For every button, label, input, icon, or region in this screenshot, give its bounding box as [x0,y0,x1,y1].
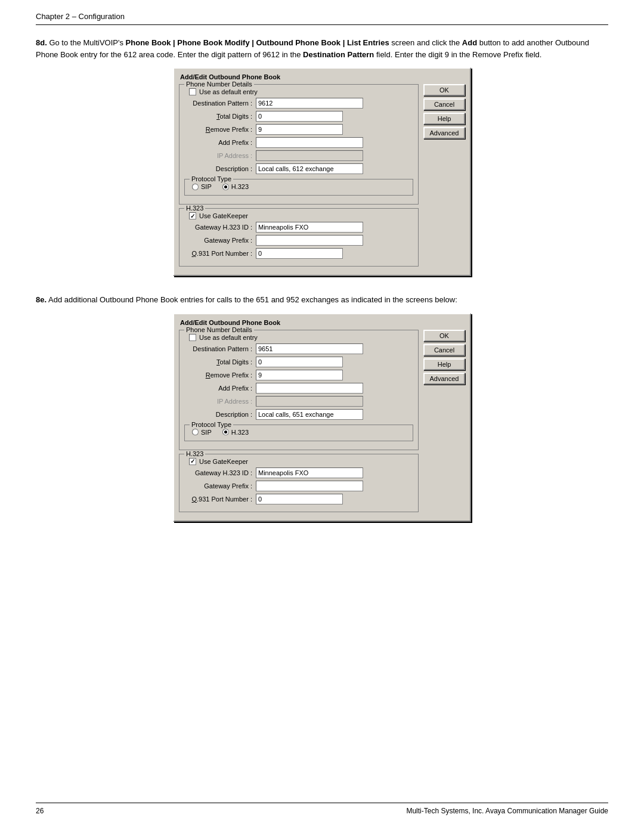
gateway-prefix-label-2: Gateway Prefix : [184,482,256,490]
sip-radio-item-1[interactable]: SIP [192,183,212,190]
dialog-8d-content: Phone Number Details Use as default entr… [179,84,465,270]
h323-radio-2[interactable] [222,429,229,435]
use-default-row-2: Use as default entry [184,334,413,341]
description-label-1: Description : [184,165,256,172]
ip-address-input-1 [256,150,363,161]
protocol-type-group-2: Protocol Type SIP H.323 [184,425,413,441]
use-gatekeeper-label-2: Use GateKeeper [199,458,248,465]
add-prefix-input-1[interactable] [256,137,363,148]
dialog-8d: Add/Edit Outbound Phone Book Phone Numbe… [173,67,471,276]
total-digits-input-1[interactable] [256,111,343,122]
step-8d-bold2: Add [462,38,477,47]
add-prefix-label-1: Add Prefix : [184,139,256,146]
protocol-radio-row-2: SIP H.323 [190,429,408,436]
use-default-checkbox-2[interactable] [189,334,196,341]
protocol-radio-row-1: SIP H.323 [190,183,408,190]
help-button-2[interactable]: Help [423,358,465,370]
dialog-8e-left: Phone Number Details Use as default entr… [179,330,419,516]
page: Chapter 2 – Configuration 8d. Go to the … [0,0,644,833]
dialog-8d-buttons: OK Cancel Help Advanced [423,84,465,270]
use-gatekeeper-label-1: Use GateKeeper [199,212,248,219]
add-prefix-row-1: Add Prefix : [184,137,413,148]
protocol-type-title-1: Protocol Type [190,175,233,182]
ip-address-input-2 [256,396,363,407]
step-8e-text: 8e. Add additional Outbound Phone Book e… [36,294,608,306]
gateway-prefix-row-1: Gateway Prefix : [184,235,413,246]
sip-label-2: SIP [201,429,212,436]
company-info: Multi-Tech Systems, Inc. Avaya Communica… [406,807,608,815]
advanced-button-1[interactable]: Advanced [423,127,465,139]
sip-radio-2[interactable] [192,429,199,435]
add-prefix-input-2[interactable] [256,383,363,394]
use-default-checkbox-1[interactable] [189,88,196,95]
h323-radio-item-2[interactable]: H.323 [222,429,249,436]
q931-port-input-1[interactable] [256,248,343,259]
ip-address-row-2: IP Address : [184,396,413,407]
gateway-h323-input-1[interactable] [256,222,363,233]
gateway-h323-row-1: Gateway H.323 ID : [184,222,413,233]
dialog-8e-buttons: OK Cancel Help Advanced [423,330,465,516]
h323-label-2: H.323 [231,429,249,436]
help-button-1[interactable]: Help [423,113,465,125]
step-8e-block: 8e. Add additional Outbound Phone Book e… [36,294,608,522]
cancel-button-1[interactable]: Cancel [423,98,465,110]
dest-pattern-input-1[interactable] [256,98,363,109]
protocol-type-title-2: Protocol Type [190,421,233,428]
gateway-h323-input-2[interactable] [256,467,363,478]
description-input-2[interactable] [256,409,363,420]
q931-port-row-1: Q.931 Port Number : [184,248,413,259]
description-input-1[interactable] [256,163,363,174]
total-digits-label-2: Total Digits : [184,358,256,366]
dialog-8d-title: Add/Edit Outbound Phone Book [179,73,465,80]
q931-port-input-2[interactable] [256,494,343,504]
gateway-h323-label-1: Gateway H.323 ID : [184,224,256,231]
sip-radio-item-2[interactable]: SIP [192,429,212,436]
protocol-type-group-1: Protocol Type SIP H.323 [184,179,413,196]
total-digits-input-2[interactable] [256,357,343,367]
ok-button-1[interactable]: OK [423,84,465,96]
phone-number-details-title-2: Phone Number Details [184,326,254,333]
gateway-h323-row-2: Gateway H.323 ID : [184,467,413,478]
h323-group-1: H.323 Use GateKeeper Gateway H.323 ID : … [179,208,419,267]
dialog-8e: Add/Edit Outbound Phone Book Phone Numbe… [173,313,471,522]
q931-port-label-2: Q.931 Port Number : [184,496,256,503]
use-gatekeeper-row-1: Use GateKeeper [184,212,413,219]
q931-port-label-1: Q.931 Port Number : [184,250,256,257]
phone-number-details-group-1: Phone Number Details Use as default entr… [179,84,419,205]
remove-prefix-row-1: Remove Prefix : [184,124,413,135]
sip-label-1: SIP [201,183,212,190]
use-gatekeeper-checkbox-2[interactable] [189,458,196,465]
ok-button-2[interactable]: OK [423,330,465,342]
use-default-row-1: Use as default entry [184,88,413,95]
ip-address-row-1: IP Address : [184,150,413,161]
gateway-prefix-row-2: Gateway Prefix : [184,481,413,491]
h323-group-title-2: H.323 [184,450,205,457]
phone-number-details-title-1: Phone Number Details [184,80,254,88]
use-gatekeeper-checkbox-1[interactable] [189,212,196,219]
gateway-prefix-input-2[interactable] [256,481,363,491]
add-prefix-row-2: Add Prefix : [184,383,413,394]
sip-radio-1[interactable] [192,184,199,190]
remove-prefix-input-2[interactable] [256,370,343,380]
advanced-button-2[interactable]: Advanced [423,373,465,385]
h323-radio-1[interactable] [222,184,229,190]
footer: 26 Multi-Tech Systems, Inc. Avaya Commun… [36,803,608,815]
step-8d-bold1: Phone Book | Phone Book Modify | Outboun… [126,38,389,47]
step-8e-label: 8e. [36,295,47,304]
remove-prefix-label-1: Remove Prefix : [184,126,256,133]
dest-pattern-label-1: Destination Pattern : [184,100,256,107]
phone-number-details-group-2: Phone Number Details Use as default entr… [179,330,419,450]
page-number: 26 [36,807,44,815]
description-label-2: Description : [184,411,256,418]
gateway-prefix-input-1[interactable] [256,235,363,246]
dest-pattern-input-2[interactable] [256,343,363,354]
h323-group-2: H.323 Use GateKeeper Gateway H.323 ID : … [179,454,419,512]
remove-prefix-input-1[interactable] [256,124,343,135]
ip-address-label-1: IP Address : [184,152,256,159]
dest-pattern-row-2: Destination Pattern : [184,343,413,354]
step-8d-text: 8d. Go to the MultiVOIP's Phone Book | P… [36,37,608,60]
gateway-h323-label-2: Gateway H.323 ID : [184,469,256,476]
h323-radio-item-1[interactable]: H.323 [222,183,249,190]
cancel-button-2[interactable]: Cancel [423,344,465,356]
total-digits-label-1: Total Digits : [184,113,256,120]
